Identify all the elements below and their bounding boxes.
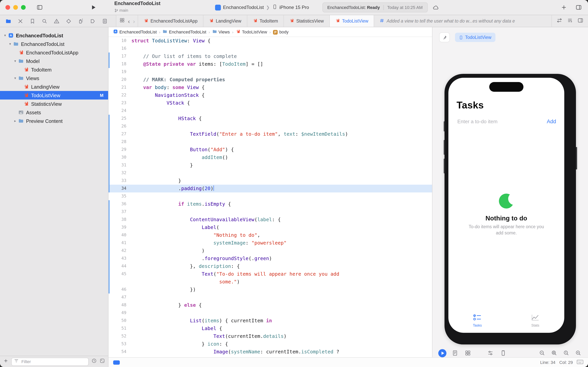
zoom-in-button[interactable] xyxy=(574,349,583,357)
sidebar-item-views[interactable]: ▾Views xyxy=(0,74,108,83)
breadcrumb-item-body[interactable]: Pbody xyxy=(273,29,289,34)
code-line[interactable]: 27 TextField("Enter a to-do item", text:… xyxy=(109,130,432,138)
code-line[interactable]: 43 .foregroundStyle(.green) xyxy=(109,255,432,262)
navigate-back-button[interactable]: ‹ xyxy=(128,18,130,24)
device-settings-button[interactable] xyxy=(486,349,495,357)
preview-device-button[interactable] xyxy=(499,349,507,357)
filter-input[interactable] xyxy=(21,359,86,364)
code-line[interactable]: 32 xyxy=(109,169,432,177)
toggle-left-sidebar-button[interactable] xyxy=(36,3,43,11)
editor-options-icon[interactable] xyxy=(567,17,573,25)
code-line[interactable]: 25 HStack { xyxy=(109,115,432,123)
code-line[interactable]: 31 } xyxy=(109,161,432,169)
code-line[interactable]: 24 xyxy=(109,107,432,115)
code-line[interactable]: 20 // MARK: Computed properties xyxy=(109,76,432,83)
navigator-tests-icon[interactable] xyxy=(64,17,73,25)
code-line[interactable]: 48 } else { xyxy=(109,301,432,309)
code-line[interactable]: 39 Label( xyxy=(109,224,432,231)
code-line[interactable]: 41 systemImage: "powersleep" xyxy=(109,239,432,247)
code-line[interactable]: 54 Image(systemName: currentItem.isCompl… xyxy=(109,348,432,356)
code-review-icon[interactable] xyxy=(556,17,562,25)
tab-todoitem[interactable]: TodoItem xyxy=(247,15,284,27)
disclosure-open-icon[interactable]: ▾ xyxy=(12,59,18,63)
sidebar-item-statisticsview[interactable]: StatisticsView xyxy=(0,100,108,108)
navigator-breakpoints-icon[interactable] xyxy=(88,17,97,25)
code-line[interactable]: 16 xyxy=(109,45,432,52)
tab-tasks[interactable]: Tasks xyxy=(448,314,506,327)
code-line[interactable]: 53 } icon: { xyxy=(109,340,432,348)
code-line[interactable]: 22 NavigationStack { xyxy=(109,91,432,99)
sidebar-item-todoitem[interactable]: TodoItem xyxy=(0,65,108,74)
code-area[interactable]: 10struct TodoListView: View {1617 // Our… xyxy=(109,37,432,357)
breadcrumb-item-enchancedtodolist[interactable]: EnchancedTodoList xyxy=(113,29,157,35)
sidebar-item-model[interactable]: ▾Model xyxy=(0,57,108,65)
tab-statisticsview[interactable]: StatisticsView xyxy=(284,15,330,27)
code-line[interactable]: 47 xyxy=(109,293,432,301)
recent-files-filter-icon[interactable] xyxy=(91,358,97,365)
selectable-preview-button[interactable] xyxy=(451,349,459,357)
run-button[interactable] xyxy=(89,3,97,11)
disclosure-closed-icon[interactable]: ▸ xyxy=(12,119,18,123)
zoom-out-button[interactable] xyxy=(538,349,546,357)
code-line[interactable]: 29 Button("Add") { xyxy=(109,146,432,154)
live-preview-button[interactable] xyxy=(438,349,446,357)
new-tab-button[interactable] xyxy=(560,3,568,11)
code-line[interactable]: 37 xyxy=(109,208,432,216)
tab-todolistview[interactable]: TodoListView xyxy=(329,15,374,27)
code-line[interactable]: 28 xyxy=(109,138,432,146)
code-line[interactable]: 51 Label { xyxy=(109,325,432,332)
code-line[interactable]: 21 var body: some View { xyxy=(109,83,432,91)
code-line[interactable]: 35 xyxy=(109,192,432,200)
activity-status[interactable]: EnchancedTodoList: Ready Today at 10:25 … xyxy=(322,2,428,12)
disclosure-open-icon[interactable]: ▾ xyxy=(2,33,8,37)
code-line[interactable]: 52 Text(currentItem.details) xyxy=(109,332,432,340)
navigator-debug-icon[interactable] xyxy=(76,17,85,25)
sidebar-item-enchancedtodolist[interactable]: ▾EnchancedTodoList xyxy=(0,31,108,40)
pin-preview-button[interactable] xyxy=(439,33,450,42)
code-line[interactable]: 50 List(items) { currentItem in xyxy=(109,317,432,325)
editor-mode-indicator[interactable] xyxy=(113,360,120,365)
code-line[interactable]: 44 }, description: { xyxy=(109,262,432,270)
sidebar-item-preview-content[interactable]: ▸Preview Content xyxy=(0,117,108,125)
code-line[interactable]: 49 xyxy=(109,309,432,317)
code-line[interactable]: 10struct TodoListView: View { xyxy=(109,37,432,45)
code-line[interactable]: 42 ) xyxy=(109,247,432,255)
add-file-button[interactable] xyxy=(3,358,8,365)
navigator-project-icon[interactable] xyxy=(4,17,12,25)
breadcrumb-item-views[interactable]: Views xyxy=(212,29,230,35)
sidebar-item-todolistview[interactable]: TodoListViewM xyxy=(0,91,108,100)
code-line[interactable]: 17 // Our list of items to complete xyxy=(109,52,432,60)
navigator-find-icon[interactable] xyxy=(40,17,49,25)
navigator-bookmarks-icon[interactable] xyxy=(28,17,37,25)
code-line[interactable]: 26 xyxy=(109,123,432,130)
code-line[interactable]: 19 xyxy=(109,68,432,76)
tab-landingview[interactable]: LandingView xyxy=(203,15,247,27)
tab-added-a-view-to-tell-the-user-wh[interactable]: Added a view to tell the user what to do… xyxy=(374,15,552,27)
breadcrumb-item-enchancedtodolist[interactable]: EnchancedTodoList xyxy=(163,29,206,35)
disclosure-open-icon[interactable]: ▾ xyxy=(12,76,18,80)
related-items-icon[interactable] xyxy=(119,17,125,25)
keyboard-icon[interactable] xyxy=(577,360,583,365)
split-editor-icon[interactable] xyxy=(578,17,583,25)
code-line[interactable]: 38 ContentUnavailableView(label: { xyxy=(109,216,432,224)
code-line[interactable]: 46 }) xyxy=(109,286,432,293)
navigate-forward-button[interactable]: › xyxy=(133,18,135,24)
tab-enchancedtodolistapp[interactable]: EnchancedTodoListApp xyxy=(138,15,203,27)
sidebar-item-landingview[interactable]: LandingView xyxy=(0,83,108,91)
todo-input[interactable] xyxy=(457,118,547,125)
code-line[interactable]: 40 "Nothing to do", xyxy=(109,231,432,239)
close-window-button[interactable] xyxy=(5,5,10,10)
add-todo-button[interactable]: Add xyxy=(547,119,556,125)
variants-grid-button[interactable] xyxy=(463,349,472,357)
tab-stats[interactable]: Stats xyxy=(506,314,564,327)
scm-status-filter-icon[interactable] xyxy=(100,358,105,365)
preview-target-chip[interactable]: TodoListView xyxy=(455,33,495,42)
zoom-window-button[interactable] xyxy=(21,5,26,10)
code-line[interactable]: 36 if items.isEmpty { xyxy=(109,200,432,208)
code-line[interactable]: 18 @State private var items: [TodoItem] … xyxy=(109,60,432,68)
navigator-source-control-icon[interactable] xyxy=(16,17,25,25)
sidebar-item-assets[interactable]: Assets xyxy=(0,108,108,117)
zoom-to-fit-button[interactable] xyxy=(550,349,558,357)
code-line[interactable]: 23 VStack { xyxy=(109,99,432,107)
navigator-reports-icon[interactable] xyxy=(100,17,109,25)
